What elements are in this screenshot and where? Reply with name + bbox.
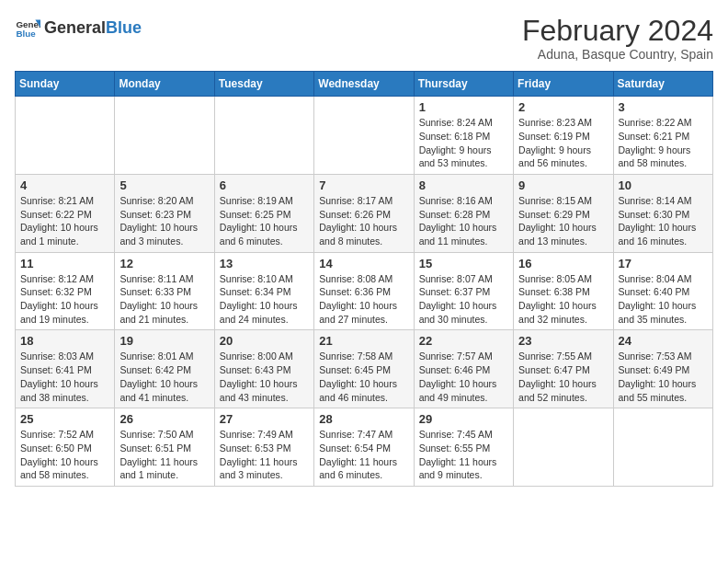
day-number: 29 [419, 412, 508, 426]
day-info: Sunrise: 8:19 AM Sunset: 6:25 PM Dayligh… [220, 194, 309, 248]
calendar-week-row: 11Sunrise: 8:12 AM Sunset: 6:32 PM Dayli… [16, 252, 713, 330]
calendar-cell: 11Sunrise: 8:12 AM Sunset: 6:32 PM Dayli… [16, 252, 115, 330]
day-number: 21 [319, 334, 408, 348]
day-number: 4 [20, 178, 109, 192]
logo-icon: General Blue [15, 15, 40, 40]
calendar-cell: 20Sunrise: 8:00 AM Sunset: 6:43 PM Dayli… [214, 330, 313, 408]
day-number: 26 [119, 412, 209, 426]
day-info: Sunrise: 8:20 AM Sunset: 6:23 PM Dayligh… [119, 194, 209, 248]
day-info: Sunrise: 8:14 AM Sunset: 6:30 PM Dayligh… [619, 194, 708, 248]
day-info: Sunrise: 7:57 AM Sunset: 6:46 PM Dayligh… [419, 350, 508, 404]
calendar-week-row: 18Sunrise: 8:03 AM Sunset: 6:41 PM Dayli… [16, 330, 713, 408]
header: General Blue GeneralBlue February 2024 A… [15, 15, 713, 62]
logo-text-general: General [44, 18, 106, 38]
day-info: Sunrise: 8:00 AM Sunset: 6:43 PM Dayligh… [220, 350, 309, 404]
day-number: 22 [419, 334, 508, 348]
day-info: Sunrise: 8:22 AM Sunset: 6:21 PM Dayligh… [619, 116, 708, 170]
day-info: Sunrise: 7:50 AM Sunset: 6:51 PM Dayligh… [119, 428, 209, 482]
calendar-week-row: 1Sunrise: 8:24 AM Sunset: 6:18 PM Daylig… [16, 97, 713, 175]
weekday-header-saturday: Saturday [613, 72, 712, 97]
calendar-cell: 4Sunrise: 8:21 AM Sunset: 6:22 PM Daylig… [16, 174, 115, 252]
day-info: Sunrise: 8:01 AM Sunset: 6:42 PM Dayligh… [119, 350, 209, 404]
day-info: Sunrise: 8:10 AM Sunset: 6:34 PM Dayligh… [220, 272, 309, 327]
calendar-cell [16, 97, 115, 175]
calendar-cell [314, 97, 414, 175]
calendar-cell: 28Sunrise: 7:47 AM Sunset: 6:54 PM Dayli… [314, 408, 414, 487]
day-number: 3 [619, 100, 708, 114]
day-number: 10 [619, 178, 708, 192]
calendar-cell [115, 97, 214, 175]
calendar-cell: 17Sunrise: 8:04 AM Sunset: 6:40 PM Dayli… [613, 252, 712, 330]
calendar-table: SundayMondayTuesdayWednesdayThursdayFrid… [15, 71, 713, 487]
day-info: Sunrise: 8:23 AM Sunset: 6:19 PM Dayligh… [518, 116, 608, 170]
day-number: 5 [119, 178, 209, 192]
calendar-cell: 8Sunrise: 8:16 AM Sunset: 6:28 PM Daylig… [414, 174, 513, 252]
weekday-header-tuesday: Tuesday [214, 72, 313, 97]
calendar-cell: 10Sunrise: 8:14 AM Sunset: 6:30 PM Dayli… [613, 174, 712, 252]
day-info: Sunrise: 8:07 AM Sunset: 6:37 PM Dayligh… [419, 272, 508, 327]
calendar-cell: 21Sunrise: 7:58 AM Sunset: 6:45 PM Dayli… [314, 330, 414, 408]
day-number: 15 [419, 257, 508, 270]
day-info: Sunrise: 7:53 AM Sunset: 6:49 PM Dayligh… [619, 350, 708, 404]
calendar-cell [613, 408, 712, 487]
calendar-cell: 15Sunrise: 8:07 AM Sunset: 6:37 PM Dayli… [414, 252, 513, 330]
calendar-week-row: 25Sunrise: 7:52 AM Sunset: 6:50 PM Dayli… [16, 408, 713, 487]
calendar-cell: 12Sunrise: 8:11 AM Sunset: 6:33 PM Dayli… [115, 252, 214, 330]
day-number: 11 [20, 257, 109, 270]
day-number: 14 [319, 257, 408, 270]
day-number: 16 [518, 257, 608, 270]
day-number: 13 [220, 257, 309, 270]
day-number: 23 [518, 334, 608, 348]
calendar-cell: 2Sunrise: 8:23 AM Sunset: 6:19 PM Daylig… [514, 97, 613, 175]
calendar-cell: 29Sunrise: 7:45 AM Sunset: 6:55 PM Dayli… [414, 408, 513, 487]
calendar-cell: 1Sunrise: 8:24 AM Sunset: 6:18 PM Daylig… [414, 97, 513, 175]
logo-text-blue: Blue [106, 18, 142, 38]
calendar-cell: 13Sunrise: 8:10 AM Sunset: 6:34 PM Dayli… [214, 252, 313, 330]
day-info: Sunrise: 7:55 AM Sunset: 6:47 PM Dayligh… [518, 350, 608, 404]
calendar-cell: 22Sunrise: 7:57 AM Sunset: 6:46 PM Dayli… [414, 330, 513, 408]
day-info: Sunrise: 8:24 AM Sunset: 6:18 PM Dayligh… [419, 116, 508, 170]
calendar-cell: 7Sunrise: 8:17 AM Sunset: 6:26 PM Daylig… [314, 174, 414, 252]
day-info: Sunrise: 8:05 AM Sunset: 6:38 PM Dayligh… [518, 272, 608, 327]
day-number: 18 [20, 334, 109, 348]
svg-text:Blue: Blue [16, 29, 36, 39]
calendar-cell: 9Sunrise: 8:15 AM Sunset: 6:29 PM Daylig… [514, 174, 613, 252]
day-info: Sunrise: 8:04 AM Sunset: 6:40 PM Dayligh… [619, 272, 708, 327]
day-number: 8 [419, 178, 508, 192]
day-number: 1 [419, 100, 508, 114]
calendar-cell: 16Sunrise: 8:05 AM Sunset: 6:38 PM Dayli… [514, 252, 613, 330]
day-number: 28 [319, 412, 408, 426]
day-info: Sunrise: 8:11 AM Sunset: 6:33 PM Dayligh… [119, 272, 209, 327]
weekday-header-row: SundayMondayTuesdayWednesdayThursdayFrid… [16, 72, 713, 97]
calendar-cell: 5Sunrise: 8:20 AM Sunset: 6:23 PM Daylig… [115, 174, 214, 252]
calendar-week-row: 4Sunrise: 8:21 AM Sunset: 6:22 PM Daylig… [16, 174, 713, 252]
day-number: 24 [619, 334, 708, 348]
day-number: 2 [518, 100, 608, 114]
weekday-header-thursday: Thursday [414, 72, 513, 97]
day-info: Sunrise: 8:21 AM Sunset: 6:22 PM Dayligh… [20, 194, 109, 248]
day-info: Sunrise: 8:08 AM Sunset: 6:36 PM Dayligh… [319, 272, 408, 327]
day-number: 27 [220, 412, 309, 426]
calendar-cell: 18Sunrise: 8:03 AM Sunset: 6:41 PM Dayli… [16, 330, 115, 408]
day-info: Sunrise: 7:52 AM Sunset: 6:50 PM Dayligh… [20, 428, 109, 482]
sub-title: Aduna, Basque Country, Spain [522, 47, 713, 62]
day-number: 17 [619, 257, 708, 270]
weekday-header-monday: Monday [115, 72, 214, 97]
day-info: Sunrise: 8:12 AM Sunset: 6:32 PM Dayligh… [20, 272, 109, 327]
logo: General Blue GeneralBlue [15, 15, 142, 40]
calendar-cell: 25Sunrise: 7:52 AM Sunset: 6:50 PM Dayli… [16, 408, 115, 487]
day-number: 20 [220, 334, 309, 348]
calendar-cell: 14Sunrise: 8:08 AM Sunset: 6:36 PM Dayli… [314, 252, 414, 330]
day-info: Sunrise: 8:16 AM Sunset: 6:28 PM Dayligh… [419, 194, 508, 248]
calendar-cell: 19Sunrise: 8:01 AM Sunset: 6:42 PM Dayli… [115, 330, 214, 408]
day-number: 7 [319, 178, 408, 192]
calendar-cell: 27Sunrise: 7:49 AM Sunset: 6:53 PM Dayli… [214, 408, 313, 487]
day-number: 6 [220, 178, 309, 192]
calendar-cell: 6Sunrise: 8:19 AM Sunset: 6:25 PM Daylig… [214, 174, 313, 252]
day-number: 9 [518, 178, 608, 192]
calendar-cell: 23Sunrise: 7:55 AM Sunset: 6:47 PM Dayli… [514, 330, 613, 408]
day-info: Sunrise: 7:47 AM Sunset: 6:54 PM Dayligh… [319, 428, 408, 482]
day-number: 25 [20, 412, 109, 426]
weekday-header-wednesday: Wednesday [314, 72, 414, 97]
calendar-cell: 26Sunrise: 7:50 AM Sunset: 6:51 PM Dayli… [115, 408, 214, 487]
